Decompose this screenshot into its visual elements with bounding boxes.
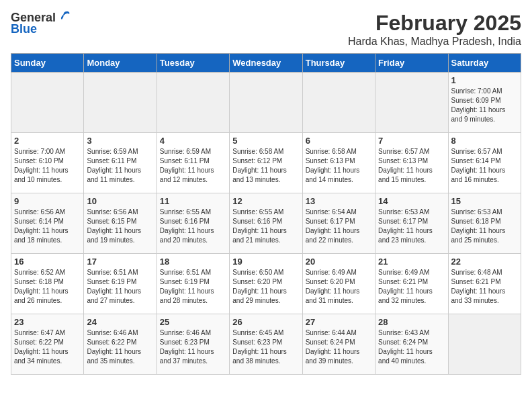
day-info: Sunrise: 6:55 AM Sunset: 6:16 PM Dayligh… [232,208,299,245]
day-info: Sunrise: 6:57 AM Sunset: 6:14 PM Dayligh… [451,147,518,185]
day-info: Sunrise: 6:48 AM Sunset: 6:21 PM Dayligh… [451,268,518,306]
day-header-saturday: Saturday [448,54,521,73]
day-info: Sunrise: 6:49 AM Sunset: 6:20 PM Dayligh… [306,268,372,306]
calendar-cell: 4Sunrise: 6:59 AM Sunset: 6:11 PM Daylig… [157,133,229,193]
calendar-cell: 9Sunrise: 6:56 AM Sunset: 6:14 PM Daylig… [11,193,84,254]
calendar-week-row: 23Sunrise: 6:47 AM Sunset: 6:22 PM Dayli… [11,314,521,375]
day-info: Sunrise: 6:56 AM Sunset: 6:14 PM Dayligh… [14,208,81,245]
calendar-week-row: 9Sunrise: 6:56 AM Sunset: 6:14 PM Daylig… [11,193,521,254]
day-number: 21 [378,257,445,267]
day-number: 8 [451,136,518,146]
calendar-cell [375,73,448,133]
day-info: Sunrise: 6:58 AM Sunset: 6:13 PM Dayligh… [306,147,372,185]
day-number: 7 [378,136,445,146]
logo-bird-icon [57,9,72,24]
day-number: 24 [87,317,153,327]
day-number: 14 [378,196,445,206]
calendar-cell: 14Sunrise: 6:53 AM Sunset: 6:17 PM Dayli… [375,193,448,254]
calendar-cell: 23Sunrise: 6:47 AM Sunset: 6:22 PM Dayli… [11,314,84,375]
day-info: Sunrise: 7:00 AM Sunset: 6:10 PM Dayligh… [14,147,81,185]
logo: General Blue [11,11,72,36]
day-number: 1 [451,75,518,85]
day-info: Sunrise: 6:57 AM Sunset: 6:13 PM Dayligh… [378,147,445,185]
calendar-cell [302,73,375,133]
calendar-cell: 8Sunrise: 6:57 AM Sunset: 6:14 PM Daylig… [448,133,521,193]
day-info: Sunrise: 6:44 AM Sunset: 6:24 PM Dayligh… [306,328,372,366]
calendar-cell: 24Sunrise: 6:46 AM Sunset: 6:22 PM Dayli… [84,314,157,375]
calendar-cell [448,314,521,375]
day-header-monday: Monday [84,54,157,73]
calendar-cell: 22Sunrise: 6:48 AM Sunset: 6:21 PM Dayli… [448,254,521,314]
calendar-cell [84,73,157,133]
calendar-cell: 17Sunrise: 6:51 AM Sunset: 6:19 PM Dayli… [84,254,157,314]
day-info: Sunrise: 6:50 AM Sunset: 6:20 PM Dayligh… [232,268,299,306]
day-number: 15 [451,196,518,206]
day-number: 26 [232,317,299,327]
day-number: 22 [451,257,518,267]
day-number: 23 [14,317,81,327]
calendar-cell: 28Sunrise: 6:43 AM Sunset: 6:24 PM Dayli… [375,314,448,375]
day-number: 18 [160,257,226,267]
calendar-subtitle: Harda Khas, Madhya Pradesh, India [348,36,521,48]
day-number: 11 [160,196,226,206]
calendar-title: February 2025 [348,11,521,36]
calendar-week-row: 1Sunrise: 7:00 AM Sunset: 6:09 PM Daylig… [11,73,521,133]
day-number: 4 [160,136,226,146]
day-info: Sunrise: 6:55 AM Sunset: 6:16 PM Dayligh… [160,208,226,245]
day-header-sunday: Sunday [11,54,84,73]
calendar-week-row: 2Sunrise: 7:00 AM Sunset: 6:10 PM Daylig… [11,133,521,193]
calendar-cell: 7Sunrise: 6:57 AM Sunset: 6:13 PM Daylig… [375,133,448,193]
calendar-cell: 16Sunrise: 6:52 AM Sunset: 6:18 PM Dayli… [11,254,84,314]
calendar-header-row: SundayMondayTuesdayWednesdayThursdayFrid… [11,54,521,73]
day-number: 6 [306,136,372,146]
day-number: 27 [306,317,372,327]
day-info: Sunrise: 6:43 AM Sunset: 6:24 PM Dayligh… [378,328,445,366]
calendar-cell: 2Sunrise: 7:00 AM Sunset: 6:10 PM Daylig… [11,133,84,193]
day-number: 2 [14,136,81,146]
day-number: 28 [378,317,445,327]
day-number: 10 [87,196,153,206]
calendar-table: SundayMondayTuesdayWednesdayThursdayFrid… [11,53,521,375]
day-number: 3 [87,136,153,146]
day-info: Sunrise: 6:46 AM Sunset: 6:23 PM Dayligh… [160,328,226,366]
calendar-cell [230,73,302,133]
day-number: 9 [14,196,81,206]
day-number: 13 [306,196,372,206]
calendar-cell: 19Sunrise: 6:50 AM Sunset: 6:20 PM Dayli… [230,254,302,314]
day-info: Sunrise: 6:47 AM Sunset: 6:22 PM Dayligh… [14,328,81,366]
day-info: Sunrise: 6:59 AM Sunset: 6:11 PM Dayligh… [160,147,226,185]
calendar-cell: 15Sunrise: 6:53 AM Sunset: 6:18 PM Dayli… [448,193,521,254]
day-number: 16 [14,257,81,267]
calendar-cell: 18Sunrise: 6:51 AM Sunset: 6:19 PM Dayli… [157,254,229,314]
calendar-cell: 11Sunrise: 6:55 AM Sunset: 6:16 PM Dayli… [157,193,229,254]
day-number: 20 [306,257,372,267]
calendar-cell: 12Sunrise: 6:55 AM Sunset: 6:16 PM Dayli… [230,193,302,254]
calendar-title-area: February 2025 Harda Khas, Madhya Pradesh… [348,11,521,48]
page-header: General Blue February 2025 Harda Khas, M… [11,11,521,48]
day-info: Sunrise: 6:52 AM Sunset: 6:18 PM Dayligh… [14,268,81,306]
day-info: Sunrise: 6:46 AM Sunset: 6:22 PM Dayligh… [87,328,153,366]
day-number: 25 [160,317,226,327]
calendar-cell: 3Sunrise: 6:59 AM Sunset: 6:11 PM Daylig… [84,133,157,193]
day-info: Sunrise: 6:53 AM Sunset: 6:17 PM Dayligh… [378,208,445,245]
day-header-wednesday: Wednesday [230,54,302,73]
day-info: Sunrise: 6:56 AM Sunset: 6:15 PM Dayligh… [87,208,153,245]
day-info: Sunrise: 6:45 AM Sunset: 6:23 PM Dayligh… [232,328,299,366]
calendar-cell: 13Sunrise: 6:54 AM Sunset: 6:17 PM Dayli… [302,193,375,254]
calendar-cell: 1Sunrise: 7:00 AM Sunset: 6:09 PM Daylig… [448,73,521,133]
calendar-cell: 21Sunrise: 6:49 AM Sunset: 6:21 PM Dayli… [375,254,448,314]
day-header-tuesday: Tuesday [157,54,229,73]
day-info: Sunrise: 6:58 AM Sunset: 6:12 PM Dayligh… [232,147,299,185]
day-info: Sunrise: 6:49 AM Sunset: 6:21 PM Dayligh… [378,268,445,306]
day-number: 5 [232,136,299,146]
day-number: 17 [87,257,153,267]
day-info: Sunrise: 6:53 AM Sunset: 6:18 PM Dayligh… [451,208,518,245]
day-header-thursday: Thursday [302,54,375,73]
day-number: 12 [232,196,299,206]
calendar-cell: 20Sunrise: 6:49 AM Sunset: 6:20 PM Dayli… [302,254,375,314]
calendar-cell [11,73,84,133]
day-info: Sunrise: 6:51 AM Sunset: 6:19 PM Dayligh… [87,268,153,306]
calendar-cell [157,73,229,133]
day-info: Sunrise: 6:59 AM Sunset: 6:11 PM Dayligh… [87,147,153,185]
day-info: Sunrise: 6:51 AM Sunset: 6:19 PM Dayligh… [160,268,226,306]
